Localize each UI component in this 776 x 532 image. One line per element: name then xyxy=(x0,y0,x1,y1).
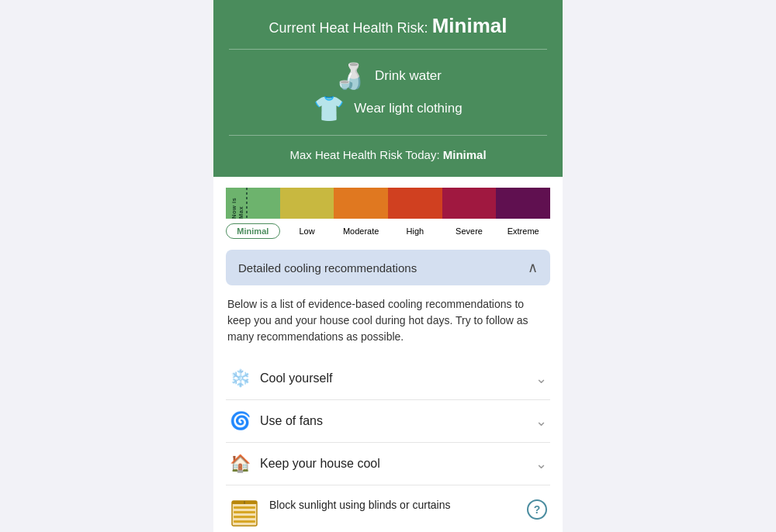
segment-moderate[interactable] xyxy=(334,188,388,219)
svg-rect-4 xyxy=(234,516,255,518)
chevron-down-house: ⌄ xyxy=(535,455,547,472)
shirt-icon: 👕 xyxy=(314,96,345,121)
accordion-left-house: 🏠 Keep your house cool xyxy=(229,454,380,474)
label-severe[interactable]: Severe xyxy=(442,223,497,239)
segment-high[interactable] xyxy=(388,188,442,219)
heat-risk-header: Current Heat Health Risk: Minimal 🍶 Drin… xyxy=(213,0,563,177)
detailed-cooling-header[interactable]: Detailed cooling recommendations ∧ xyxy=(226,250,550,285)
accordion-left-cool-yourself: ❄️ Cool yourself xyxy=(229,368,332,389)
current-risk-prefix: Current Heat Health Risk: xyxy=(269,20,428,36)
cooling-description: Below is a list of evidence-based coolin… xyxy=(226,296,550,345)
keep-house-cool-label: Keep your house cool xyxy=(260,457,380,471)
blinds-info-button[interactable]: ? xyxy=(527,499,547,520)
accordion-cool-yourself[interactable]: ❄️ Cool yourself ⌄ xyxy=(226,358,550,400)
detailed-cooling-title: Detailed cooling recommendations xyxy=(238,261,417,275)
max-risk-value: Minimal xyxy=(443,148,487,161)
label-high[interactable]: High xyxy=(388,223,442,239)
segment-severe[interactable] xyxy=(442,188,497,219)
risk-labels: Minimal Low Moderate High Severe Extreme xyxy=(226,223,550,239)
tip-drink-water: 🍶 Drink water xyxy=(334,64,442,88)
fan-icon: 🌀 xyxy=(229,411,251,431)
app-container: Current Heat Health Risk: Minimal 🍶 Drin… xyxy=(213,0,563,532)
risk-scale-section: Now is Max Minimal Low Moderate High Sev… xyxy=(213,177,563,239)
now-marker: Now is Max xyxy=(227,188,265,219)
tip-drink-water-label: Drink water xyxy=(375,68,442,84)
segment-extreme[interactable] xyxy=(496,188,550,219)
label-low[interactable]: Low xyxy=(280,223,334,239)
sub-item-blinds: Block sunlight using blinds or curtains … xyxy=(226,485,550,532)
sub-item-blinds-left: Block sunlight using blinds or curtains xyxy=(229,496,450,529)
cool-yourself-label: Cool yourself xyxy=(260,371,332,385)
quick-tips-list: 🍶 Drink water 👕 Wear light clothing xyxy=(229,64,547,136)
snowflake-icon: ❄️ xyxy=(229,368,251,389)
accordion-use-of-fans[interactable]: 🌀 Use of fans ⌄ xyxy=(226,400,550,443)
blinds-icon xyxy=(229,498,260,529)
svg-rect-5 xyxy=(234,520,255,523)
label-moderate[interactable]: Moderate xyxy=(334,223,388,239)
now-is-max-label: Now is Max xyxy=(230,188,244,219)
svg-rect-3 xyxy=(234,511,255,513)
risk-bar-wrapper: Now is Max xyxy=(226,188,550,219)
accordion-left-fans: 🌀 Use of fans xyxy=(229,411,323,431)
marker-dotted-line xyxy=(246,188,248,219)
detailed-section: Detailed cooling recommendations ∧ Below… xyxy=(213,250,563,532)
tip-light-clothing: 👕 Wear light clothing xyxy=(314,96,462,121)
chevron-down-fans: ⌄ xyxy=(535,413,547,430)
svg-rect-2 xyxy=(234,506,255,509)
max-risk-prefix: Max Heat Health Risk Today: xyxy=(289,148,439,161)
use-of-fans-label: Use of fans xyxy=(260,414,323,428)
accordion-keep-house-cool[interactable]: 🏠 Keep your house cool ⌄ xyxy=(226,443,550,485)
house-icon: 🏠 xyxy=(229,454,251,474)
label-minimal[interactable]: Minimal xyxy=(226,223,280,239)
tip-light-clothing-label: Wear light clothing xyxy=(354,101,462,116)
water-bottle-icon: 🍶 xyxy=(334,64,365,88)
blinds-label: Block sunlight using blinds or curtains xyxy=(269,498,450,513)
max-risk-line: Max Heat Health Risk Today: Minimal xyxy=(229,148,547,161)
current-risk-line: Current Heat Health Risk: Minimal xyxy=(229,14,547,50)
segment-low[interactable] xyxy=(280,188,334,219)
chevron-down-cool-yourself: ⌄ xyxy=(535,370,547,387)
label-extreme[interactable]: Extreme xyxy=(496,223,550,239)
current-risk-value: Minimal xyxy=(432,14,508,37)
chevron-up-icon: ∧ xyxy=(528,259,538,276)
